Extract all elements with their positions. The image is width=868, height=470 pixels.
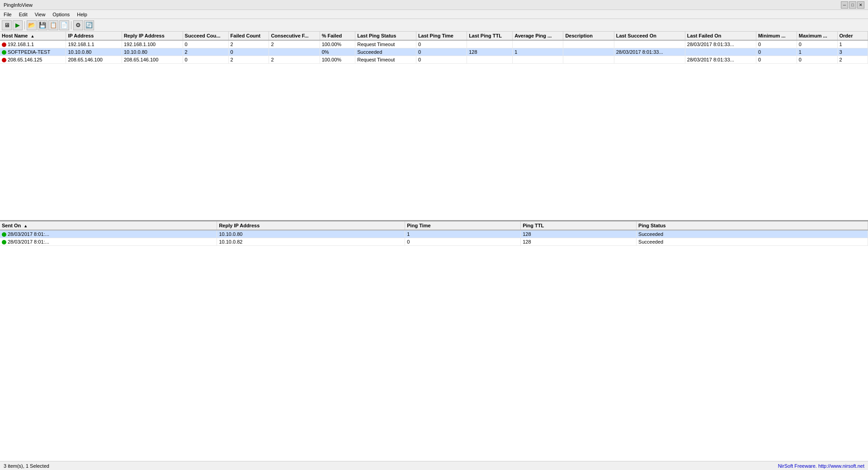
toolbar-sep-2	[71, 21, 71, 29]
table-row[interactable]: 28/03/2017 8:01:...10.10.0.820128Succeed…	[0, 238, 868, 246]
cell-pct_failed: 100.00%	[320, 56, 355, 64]
col-lower-reply-ip[interactable]: Reply IP Address	[217, 221, 405, 230]
cell-ping_time: 0	[405, 238, 521, 246]
upper-table-header-row: Host Name ▲ IP Address Reply IP Address …	[0, 32, 868, 40]
refresh-button[interactable]: 🔄	[84, 20, 94, 30]
table-row[interactable]: SOFTPEDIA-TEST10.10.0.8010.10.0.80200%Su…	[0, 48, 868, 56]
status-dot	[2, 58, 6, 62]
lower-pane: Sent On ▲ Reply IP Address Ping Time Pin…	[0, 221, 868, 461]
col-last-failed-on[interactable]: Last Failed On	[685, 32, 756, 40]
table-row[interactable]: 28/03/2017 8:01:...10.10.0.801128Succeed…	[0, 230, 868, 238]
menu-edit[interactable]: Edit	[15, 11, 31, 18]
status-dot	[2, 240, 6, 244]
cell-ip_address: 192.168.1.1	[66, 40, 122, 48]
menu-file[interactable]: File	[0, 11, 15, 18]
menu-view[interactable]: View	[31, 11, 49, 18]
col-avg-ping[interactable]: Average Ping ...	[513, 32, 563, 40]
status-items-count: 3 item(s), 1 Selected	[4, 463, 49, 469]
cell-ping_time: 1	[405, 230, 521, 238]
cell-last_ping_ttl	[467, 56, 513, 64]
col-maximum[interactable]: Maximum ...	[797, 32, 837, 40]
monitor-button[interactable]: 🖥	[2, 20, 12, 30]
open-button[interactable]: 📂	[27, 20, 37, 30]
cell-minimum: 0	[756, 48, 797, 56]
cell-succeed_count: 0	[183, 40, 228, 48]
cell-last_ping_status: Request Timeout	[355, 40, 416, 48]
col-ping-status[interactable]: Ping Status	[637, 221, 868, 230]
lower-table-wrapper[interactable]: Sent On ▲ Reply IP Address Ping Time Pin…	[0, 221, 868, 461]
cell-sent_on: 28/03/2017 8:01:...	[0, 238, 217, 246]
cell-consecutive_f	[269, 48, 320, 56]
upper-table: Host Name ▲ IP Address Reply IP Address …	[0, 32, 868, 64]
copy-button[interactable]: 📋	[48, 20, 58, 30]
col-host-name[interactable]: Host Name ▲	[0, 32, 66, 40]
settings-button[interactable]: ⚙	[73, 20, 83, 30]
cell-succeed_count: 0	[183, 56, 228, 64]
cell-last_failed_on: 28/03/2017 8:01:33...	[685, 56, 756, 64]
menu-options[interactable]: Options	[49, 11, 73, 18]
col-last-succeed-on[interactable]: Last Succeed On	[614, 32, 685, 40]
col-last-ping-status[interactable]: Last Ping Status	[355, 32, 416, 40]
col-succeed-count[interactable]: Succeed Cou...	[183, 32, 228, 40]
upper-table-wrapper[interactable]: Host Name ▲ IP Address Reply IP Address …	[0, 32, 868, 220]
col-ip-address[interactable]: IP Address	[66, 32, 122, 40]
col-ping-ttl[interactable]: Ping TTL	[521, 221, 637, 230]
cell-last_ping_time: 0	[416, 56, 467, 64]
col-failed-count[interactable]: Failed Count	[228, 32, 269, 40]
cell-host_name: 208.65.146.125	[0, 56, 66, 64]
cell-last_ping_time: 0	[416, 40, 467, 48]
cell-reply_ip: 192.168.1.100	[122, 40, 183, 48]
main-area: Host Name ▲ IP Address Reply IP Address …	[0, 32, 868, 461]
html-report-button[interactable]: 📄	[59, 20, 69, 30]
lower-table-body: 28/03/2017 8:01:...10.10.0.801128Succeed…	[0, 230, 868, 246]
cell-pct_failed: 100.00%	[320, 40, 355, 48]
cell-maximum: 1	[797, 48, 837, 56]
cell-last_ping_ttl	[467, 40, 513, 48]
col-consecutive-f[interactable]: Consecutive F...	[269, 32, 320, 40]
close-button[interactable]: ✕	[857, 1, 864, 9]
cell-ping_ttl: 128	[521, 238, 637, 246]
cell-failed_count: 2	[228, 40, 269, 48]
col-ping-time[interactable]: Ping Time	[405, 221, 521, 230]
table-row[interactable]: 192.168.1.1192.168.1.1192.168.1.10002210…	[0, 40, 868, 48]
cell-consecutive_f: 2	[269, 40, 320, 48]
cell-last_ping_time: 0	[416, 48, 467, 56]
col-last-ping-time[interactable]: Last Ping Time	[416, 32, 467, 40]
col-order[interactable]: Order	[837, 32, 868, 40]
cell-maximum: 0	[797, 40, 837, 48]
cell-failed_count: 0	[228, 48, 269, 56]
cell-avg_ping	[513, 56, 563, 64]
cell-minimum: 0	[756, 40, 797, 48]
cell-host_name: SOFTPEDIA-TEST	[0, 48, 66, 56]
col-description[interactable]: Description	[563, 32, 614, 40]
status-dot	[2, 42, 6, 47]
col-last-ping-ttl[interactable]: Last Ping TTL	[467, 32, 513, 40]
maximize-button[interactable]: □	[849, 1, 856, 9]
cell-succeed_count: 2	[183, 48, 228, 56]
cell-failed_count: 2	[228, 56, 269, 64]
cell-description	[563, 56, 614, 64]
col-reply-ip[interactable]: Reply IP Address	[122, 32, 183, 40]
col-minimum[interactable]: Minimum ...	[756, 32, 797, 40]
cell-last_succeed_on	[614, 40, 685, 48]
upper-table-body: 192.168.1.1192.168.1.1192.168.1.10002210…	[0, 40, 868, 64]
status-bar: 3 item(s), 1 Selected NirSoft Freeware. …	[0, 461, 868, 470]
cell-ping_status: Succeeded	[637, 230, 868, 238]
cell-reply_ip: 10.10.0.82	[217, 238, 405, 246]
cell-ping_status: Succeeded	[637, 238, 868, 246]
cell-last_succeed_on: 28/03/2017 8:01:33...	[614, 48, 685, 56]
col-sent-on[interactable]: Sent On ▲	[0, 221, 217, 230]
cell-order: 3	[837, 48, 868, 56]
play-button[interactable]: ▶	[13, 20, 23, 30]
table-row[interactable]: 208.65.146.125208.65.146.100208.65.146.1…	[0, 56, 868, 64]
cell-last_ping_ttl: 128	[467, 48, 513, 56]
minimize-button[interactable]: ─	[841, 1, 848, 9]
col-pct-failed[interactable]: % Failed	[320, 32, 355, 40]
toolbar-sep-1	[24, 21, 25, 29]
cell-maximum: 0	[797, 56, 837, 64]
save-button[interactable]: 💾	[38, 20, 47, 30]
status-nirsoft-link[interactable]: NirSoft Freeware. http://www.nirsoft.net	[778, 463, 864, 469]
cell-last_failed_on	[685, 48, 756, 56]
menu-help[interactable]: Help	[73, 11, 91, 18]
cell-minimum: 0	[756, 56, 797, 64]
